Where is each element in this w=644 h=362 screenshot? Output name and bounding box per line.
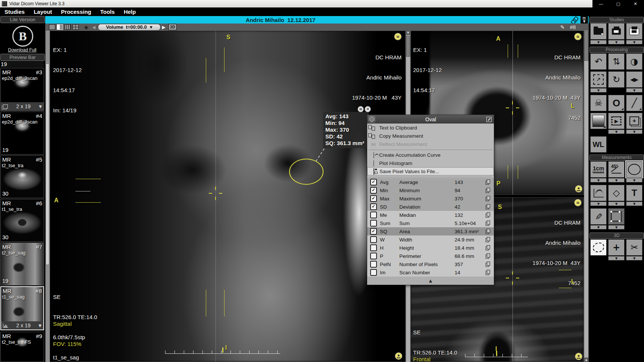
sidebar-scrollbar-thumb[interactable]: [46, 63, 49, 265]
menu-collapse-button[interactable]: ▲: [367, 277, 494, 285]
checkbox[interactable]: [370, 244, 377, 251]
checkbox[interactable]: ✓: [370, 203, 377, 210]
copy-value-icon[interactable]: [486, 229, 490, 234]
stat-row-min[interactable]: ✓ Min Minimum 94: [367, 186, 494, 194]
mip-skull-button[interactable]: ☠: [590, 95, 607, 111]
probe-dropdown[interactable]: ▼: [590, 225, 607, 230]
copy-value-icon[interactable]: [486, 212, 490, 218]
invert-button[interactable]: O: [608, 95, 625, 111]
freehand-3d-button[interactable]: [590, 239, 607, 256]
print-button[interactable]: [608, 23, 625, 40]
series-save-icon[interactable]: ≡: [575, 33, 581, 40]
stat-row-area[interactable]: ✓ SQ Area 361.3 mm²: [367, 227, 494, 235]
quadrant-scrollbar[interactable]: ▲: [584, 31, 589, 362]
menu-studies[interactable]: Studies: [0, 9, 29, 15]
edit-wand-icon[interactable]: ✎: [560, 24, 565, 30]
series-save-icon[interactable]: ≡: [575, 199, 581, 206]
ruler-dropdown[interactable]: ▼: [590, 178, 607, 182]
open-study-dropdown[interactable]: ▼: [590, 40, 607, 44]
copy-value-icon[interactable]: [486, 188, 490, 193]
menu-help[interactable]: Help: [119, 9, 140, 15]
gradient-lut-button[interactable]: [590, 113, 607, 129]
mode-2d-button[interactable]: 2D: [168, 24, 177, 30]
menu-item-plot-histogram[interactable]: Plot Histogram: [367, 159, 494, 167]
minimize-button[interactable]: —: [592, 0, 610, 7]
bone-cut-button[interactable]: ✂: [626, 239, 643, 256]
scroll-thumb[interactable]: [406, 36, 410, 57]
crosshair[interactable]: [506, 101, 519, 115]
flip-button[interactable]: ◀▶: [626, 71, 643, 88]
axes-3d-button[interactable]: +: [608, 239, 625, 256]
print-alt-dropdown[interactable]: ▼: [626, 40, 643, 44]
undo-button[interactable]: ↶: [590, 53, 607, 70]
stat-row-sd[interactable]: ✓ SD Deviation 42: [367, 203, 494, 211]
menu-tools[interactable]: Tools: [96, 9, 119, 15]
oval-roi-tool-button[interactable]: [626, 161, 643, 178]
layout-columns-icon[interactable]: [65, 24, 71, 30]
tooltip-close-icon[interactable]: ✕: [365, 106, 371, 112]
checkbox[interactable]: [370, 212, 377, 218]
cube-3d-icon[interactable]: ◈: [84, 24, 89, 31]
oval-dropdown[interactable]: ▼: [626, 178, 643, 182]
polygon-dropdown[interactable]: ▼: [608, 202, 625, 206]
series-thumbnail-9[interactable]: MR#9 t2_tse_tra FS: [0, 332, 44, 362]
detach-icon[interactable]: [486, 117, 492, 122]
menu-item-text-to-clipboard[interactable]: Text to Clipboard: [367, 124, 494, 132]
copy-value-icon[interactable]: [486, 245, 490, 250]
thumbnail-stack-footer[interactable]: 2 x 19 ▼: [1, 102, 44, 110]
checkbox[interactable]: [370, 220, 377, 227]
rect-roi-tool-button[interactable]: [608, 208, 625, 225]
chevron-down-icon[interactable]: ▼: [39, 104, 42, 109]
add-overlay-button[interactable]: +: [626, 113, 643, 129]
cine-dropdown[interactable]: ▼: [608, 129, 625, 134]
stat-row-pixel-count[interactable]: PelN Number of Pixels 357: [367, 260, 494, 268]
series-thumbnail-7[interactable]: MR#7 t2_tse_sag 19: [0, 243, 44, 285]
window-contrast-button[interactable]: ◑: [626, 53, 643, 70]
open-study-button[interactable]: [590, 23, 607, 40]
rotate-button[interactable]: ↻: [608, 71, 625, 88]
layout-single-icon[interactable]: [49, 24, 55, 30]
copy-value-icon[interactable]: [486, 237, 490, 242]
maximize-button[interactable]: ▢: [610, 0, 627, 7]
stat-row-perimeter[interactable]: P Perimeter 68.6 mm: [367, 252, 494, 260]
curve-dropdown[interactable]: ▼: [590, 202, 607, 206]
crosshair[interactable]: [506, 271, 519, 285]
menu-item-copy-measurement[interactable]: Copy Measurement: [367, 132, 494, 140]
thumbnail-stack-footer[interactable]: 2 x 19 ▼: [1, 321, 43, 330]
scroll-down-button[interactable]: ▼: [406, 31, 410, 35]
checkbox[interactable]: ✓: [370, 195, 377, 202]
resize-dropdown[interactable]: ▼: [590, 88, 607, 93]
menu-item-create-accumulation-curve[interactable]: Create Accumulation Curve: [367, 151, 494, 159]
stat-row-height[interactable]: H Height 18.4 mm: [367, 244, 494, 252]
scroll-up-button[interactable]: ▲: [584, 358, 588, 362]
curve-tool-button[interactable]: [590, 185, 607, 201]
checkbox[interactable]: [370, 269, 377, 276]
copy-value-icon[interactable]: [486, 180, 490, 185]
context-menu-titlebar[interactable]: Oval: [367, 115, 494, 124]
chevron-down-icon[interactable]: ▼: [38, 324, 41, 328]
series-thumbnail-3[interactable]: MR#3 ep2d_diff_3scan 2 x 19 ▼: [0, 68, 44, 111]
sagittal-viewport[interactable]: EX: 1 2017-12-12 14:54:17 Im: 14/19 S A …: [50, 31, 406, 362]
key-image-icon[interactable]: ★: [575, 353, 582, 360]
oval-roi[interactable]: [289, 159, 323, 185]
menu-layout[interactable]: Layout: [29, 9, 56, 15]
line-profile-button[interactable]: ╱: [626, 95, 643, 111]
print-dropdown[interactable]: ▼: [608, 40, 625, 44]
stat-row-max[interactable]: ✓ Max Maximum 370: [367, 194, 494, 203]
layout-split-icon[interactable]: [57, 24, 63, 30]
pixel-probe-button[interactable]: ✎: [590, 208, 607, 225]
partial-thumbnail-count[interactable]: 19: [1, 61, 44, 68]
copy-value-icon[interactable]: [486, 221, 490, 226]
axes-3d-dropdown[interactable]: ▼: [608, 256, 625, 260]
scroll-thumb[interactable]: [584, 31, 588, 61]
polygon-tool-button[interactable]: ◇: [608, 185, 625, 201]
stat-row-sum[interactable]: Sum Sum 5.10e+04: [367, 219, 494, 227]
stat-row-scan-number[interactable]: Im Scan Number 14: [367, 268, 494, 277]
next-volume-button[interactable]: ▶: [162, 25, 165, 30]
prev-volume-button[interactable]: ◀: [92, 25, 96, 30]
ruler-tool-button[interactable]: 1cm: [590, 161, 607, 178]
checkbox[interactable]: ✓: [370, 179, 377, 185]
bone-cut-dropdown[interactable]: ▼: [626, 256, 643, 260]
series-save-icon[interactable]: ≡: [394, 33, 401, 40]
text-dropdown[interactable]: ▼: [626, 202, 643, 206]
